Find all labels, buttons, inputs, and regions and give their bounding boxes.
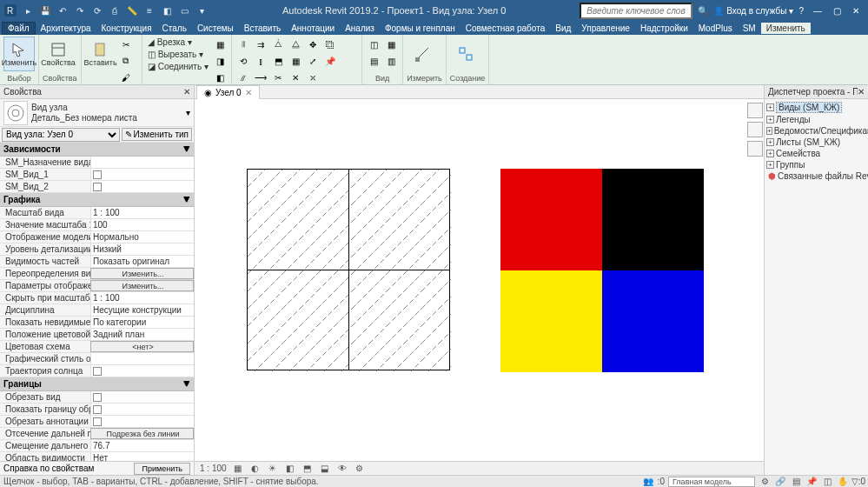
rotate-icon[interactable]: ⟲ <box>235 53 251 69</box>
val-farclip-offset[interactable]: 76.7 <box>90 440 194 451</box>
tab-structure[interactable]: Конструкция <box>96 23 157 34</box>
properties-button[interactable]: Свойства <box>43 37 74 71</box>
editable-only-icon[interactable]: :0 <box>658 477 665 486</box>
sync-icon[interactable]: ⟳ <box>90 3 104 17</box>
thin-lines-icon[interactable]: ≡ <box>142 3 156 17</box>
trim2-icon[interactable]: ⫽ <box>235 70 251 85</box>
type-dropdown-icon[interactable]: ▾ <box>186 108 190 117</box>
switch-window-icon[interactable]: ▭ <box>177 3 191 17</box>
minimize-button[interactable]: — <box>809 3 826 17</box>
close-hidden-icon[interactable]: ◧ <box>160 3 174 17</box>
active-workset[interactable]: Главная модель <box>668 477 755 487</box>
val-colorscheme-loc[interactable]: Задний план <box>90 329 194 340</box>
view-ic2[interactable]: ▦ <box>383 37 399 52</box>
view-scale[interactable]: 1 : 100 <box>200 464 227 473</box>
measure-button[interactable] <box>407 37 438 71</box>
create-button[interactable] <box>450 37 481 71</box>
print-icon[interactable]: ⎙ <box>108 3 122 17</box>
tab-modplus[interactable]: ModPlus <box>693 23 738 34</box>
undo-icon[interactable]: ↶ <box>56 3 70 17</box>
detail-level-icon[interactable]: ▦ <box>232 463 244 475</box>
tab-architecture[interactable]: Архитектура <box>36 23 96 34</box>
val-graphic-style[interactable] <box>90 353 194 364</box>
workset-icon[interactable]: 👥 <box>642 477 654 487</box>
cope-button[interactable]: ◢Врезка▾ <box>146 37 210 48</box>
filter-icon[interactable]: ▽:0 <box>852 477 865 487</box>
val-colorscheme[interactable]: <нет> <box>90 341 194 352</box>
split-icon[interactable]: ⬒ <box>270 53 286 69</box>
val-sunpath[interactable] <box>90 365 194 377</box>
val-detail-level[interactable]: Низкий <box>90 244 194 255</box>
nav-pan-icon[interactable] <box>747 141 763 157</box>
val-sm-vid2[interactable] <box>90 181 194 192</box>
val-hidden-lines[interactable]: По категории <box>90 317 194 328</box>
design-options-icon[interactable]: ⚙ <box>759 477 771 487</box>
delete-icon[interactable]: ✕ <box>288 70 303 85</box>
offset-icon[interactable]: ⇉ <box>253 37 268 52</box>
tab-manage[interactable]: Управление <box>576 23 635 34</box>
project-tree[interactable]: +Виды (SM_КЖ) +Легенды +Ведомости/Специф… <box>765 99 868 475</box>
val-annot-crop[interactable] <box>90 416 194 427</box>
apply-button[interactable]: Применить <box>134 463 190 475</box>
nav-home-icon[interactable] <box>747 103 763 118</box>
val-crop-view[interactable] <box>90 391 194 403</box>
copy-icon[interactable]: ⧉ <box>118 53 134 69</box>
hide-icon[interactable]: 👁 <box>336 463 348 475</box>
nav-wheel-icon[interactable] <box>747 122 763 137</box>
visual-style-icon[interactable]: ◐ <box>249 463 262 475</box>
tab-sm[interactable]: SM <box>738 23 761 34</box>
select-face-icon[interactable]: ◫ <box>821 477 833 487</box>
close-button[interactable]: ✕ <box>847 3 865 17</box>
val-model-display[interactable]: Нормально <box>90 231 194 243</box>
mirror-pick-icon[interactable]: ⧊ <box>270 37 286 52</box>
revit-logo-icon[interactable]: R <box>3 3 17 17</box>
tab-systems[interactable]: Системы <box>192 23 239 34</box>
select-underlay-icon[interactable]: ▤ <box>790 477 802 487</box>
save-icon[interactable]: 💾 <box>38 3 52 17</box>
paste-button[interactable]: Вставить <box>85 37 116 71</box>
tab-view[interactable]: Вид <box>550 23 576 34</box>
geom-icon-1[interactable]: ▦ <box>212 37 228 52</box>
instance-filter[interactable]: Вид узла: Узел 0 <box>2 128 120 142</box>
help-icon[interactable]: ? <box>798 6 804 16</box>
cat-deps[interactable]: Зависимости⯆ <box>0 143 194 157</box>
cut-geom-button[interactable]: ◫Вырезать▾ <box>146 49 210 60</box>
measure-icon[interactable]: 📏 <box>125 3 139 17</box>
select-pinned-icon[interactable]: 📌 <box>805 477 818 487</box>
split2-icon[interactable]: ✂ <box>270 70 286 85</box>
reveal-icon[interactable]: ⚙ <box>354 463 366 475</box>
val-sm-vid1[interactable] <box>90 169 194 180</box>
drag-elements-icon[interactable]: ✋ <box>837 477 849 487</box>
extend-icon[interactable]: ⟶ <box>253 70 268 85</box>
cat-extents[interactable]: Границы⯆ <box>0 377 194 391</box>
view-ic1[interactable]: ◫ <box>366 37 381 52</box>
properties-close-icon[interactable]: ✕ <box>183 87 190 97</box>
modify-button[interactable]: Изменить <box>3 37 35 71</box>
redo-icon[interactable]: ↷ <box>73 3 87 17</box>
crop-icon[interactable]: ⬒ <box>301 463 314 475</box>
crop-region-icon[interactable]: ⬓ <box>319 463 331 475</box>
val-sm-naznachenie[interactable] <box>90 157 194 168</box>
val-hide-scales[interactable]: 1 : 100 <box>90 292 194 304</box>
project-browser-close-icon[interactable]: ✕ <box>858 87 865 97</box>
drawing-canvas[interactable] <box>195 99 764 461</box>
tab-collab[interactable]: Совместная работа <box>461 23 551 34</box>
val-scale[interactable]: 1 : 100 <box>90 207 194 218</box>
join-button[interactable]: ◪Соединить▾ <box>146 61 210 72</box>
val-scale-value[interactable]: 100 <box>90 219 194 230</box>
view-tab-active[interactable]: ◉Узел 0✕ <box>196 85 260 99</box>
geom-icon-3[interactable]: ◧ <box>212 70 228 85</box>
array-icon[interactable]: ▦ <box>288 53 303 69</box>
tab-file[interactable]: Файл <box>2 22 36 35</box>
match-icon[interactable]: 🖌 <box>118 70 134 85</box>
tab-modify[interactable]: Изменить <box>761 23 811 34</box>
val-scope-box[interactable]: Нет <box>90 452 194 461</box>
scale-icon[interactable]: ⤢ <box>305 53 321 69</box>
val-farclip[interactable]: Подрезка без линии <box>90 428 194 439</box>
trim-icon[interactable]: ⫿ <box>253 53 268 69</box>
geom-icon-2[interactable]: ◨ <box>212 53 228 69</box>
infocenter-search-icon[interactable]: 🔍 <box>698 6 708 16</box>
cat-graphics[interactable]: Графика⯆ <box>0 193 194 207</box>
properties-help-link[interactable]: Справка по свойствам <box>3 464 94 473</box>
sun-path-icon[interactable]: ☀ <box>267 463 279 475</box>
